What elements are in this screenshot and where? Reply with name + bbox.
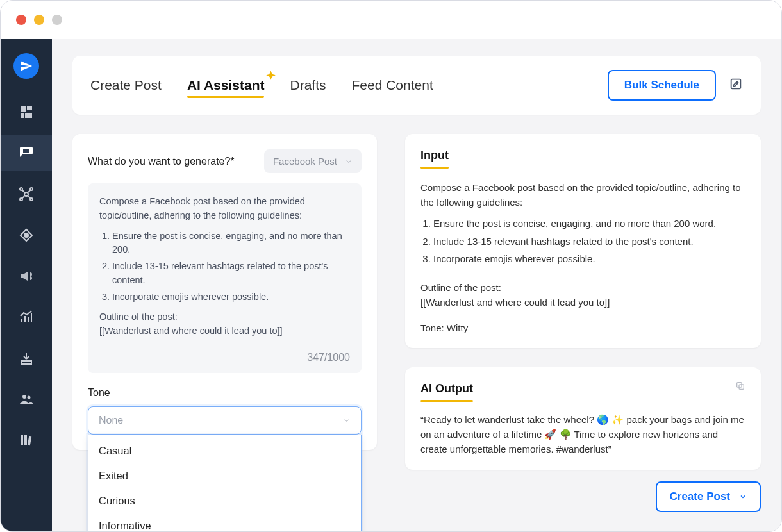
prompt-outline-label: Outline of the post: [99,310,350,324]
sidebar-item-dashboard[interactable] [1,94,52,130]
svg-line-9 [22,190,24,192]
output-panel: AI Output “Ready to let wanderlust take … [405,367,761,470]
window-titlebar [1,1,781,39]
svg-line-11 [22,196,24,199]
sidebar-item-analytics[interactable] [1,299,52,335]
download-icon [19,351,34,366]
input-title: Input [420,147,449,165]
prompt-input[interactable]: Compose a Facebook post based on the pro… [88,183,362,373]
tone-dropdown[interactable]: Casual Exited Curious Informative Sarcas… [88,435,362,531]
input-bullet: Incorporate emojis wherever possible. [433,251,745,266]
tone-option-exited[interactable]: Exited [88,463,361,488]
svg-rect-19 [21,361,31,364]
brand-logo[interactable] [13,53,39,79]
input-bullet: Ensure the post is concise, engaging, an… [433,216,745,231]
prompt-bullet: Ensure the post is concise, engaging, an… [112,229,350,258]
svg-point-21 [28,396,31,399]
prompt-intro: Compose a Facebook post based on the pro… [99,195,350,223]
svg-rect-3 [25,113,32,118]
topbar: Create Post AI Assistant ✦ Drafts Feed C… [72,56,761,115]
chevron-down-icon [343,417,351,424]
tab-ai-assistant[interactable]: AI Assistant ✦ [187,78,265,93]
prompt-bullet: Incorporate emojis wherever possible. [112,290,350,304]
svg-rect-2 [21,113,24,118]
svg-rect-22 [21,435,23,445]
create-post-label: Create Post [670,490,730,503]
output-text: “Ready to let wanderlust take the wheel?… [420,412,745,457]
character-count: 347/1000 [99,350,350,365]
output-title: AI Output [420,380,473,398]
input-outline-value: [[Wanderlust and where could it lead you… [420,295,745,310]
svg-point-20 [22,395,26,399]
target-icon [19,228,34,243]
sidebar-item-download[interactable] [1,340,52,376]
analytics-icon [19,310,34,325]
dashboard-icon [19,104,34,120]
input-intro: Compose a Facebook post based on the pro… [420,180,745,210]
input-bullets: Ensure the post is concise, engaging, an… [433,216,745,266]
tab-ai-assistant-label: AI Assistant [187,78,265,92]
tabs: Create Post AI Assistant ✦ Drafts Feed C… [90,78,608,93]
tab-drafts[interactable]: Drafts [290,78,326,93]
main-area: Create Post AI Assistant ✦ Drafts Feed C… [52,39,781,531]
chevron-down-icon [739,493,747,501]
tab-feed-content[interactable]: Feed Content [352,78,433,93]
prompt-outline-value: [[Wanderlust and where could it lead you… [99,324,350,338]
window-close-dot[interactable] [16,15,26,25]
library-icon [19,433,34,448]
tone-select[interactable]: None [88,406,362,435]
sidebar-item-library[interactable] [1,422,52,458]
prompt-bullet: Include 13-15 relevant hashtags related … [112,260,350,288]
tone-option-curious[interactable]: Curious [88,488,361,513]
tone-option-informative[interactable]: Informative [88,513,361,531]
input-outline-label: Outline of the post: [420,280,745,295]
sidebar-item-network[interactable] [1,176,52,212]
copy-icon[interactable] [735,380,745,395]
svg-line-10 [28,190,31,192]
create-post-button[interactable]: Create Post [656,481,761,512]
chevron-down-icon [345,158,353,165]
tone-option-casual[interactable]: Casual [88,438,361,463]
edit-icon[interactable] [729,77,743,94]
network-icon [19,187,34,202]
app-body: Create Post AI Assistant ✦ Drafts Feed C… [1,39,781,531]
generator-title: What do you want to generate?* [88,156,235,167]
app-window: Create Post AI Assistant ✦ Drafts Feed C… [0,0,782,532]
svg-line-12 [28,196,31,199]
tone-placeholder: None [99,415,123,426]
results-column: Input Compose a Facebook post based on t… [405,134,761,470]
svg-point-14 [24,233,28,237]
window-minimize-dot[interactable] [34,15,44,25]
paper-plane-icon [20,60,33,72]
post-type-value: Facebook Post [273,156,337,167]
megaphone-icon [19,269,34,284]
input-bullet: Include 13-15 relevant hashtags related … [433,234,745,249]
bulk-schedule-button[interactable]: Bulk Schedule [608,70,716,101]
sidebar [1,39,52,531]
svg-rect-1 [27,106,32,110]
sparkle-icon: ✦ [266,69,276,83]
sidebar-item-megaphone[interactable] [1,258,52,294]
tab-create-post[interactable]: Create Post [90,78,162,93]
generator-card: What do you want to generate?* Facebook … [72,134,377,450]
svg-point-4 [24,192,28,196]
svg-rect-25 [731,79,741,89]
posts-icon [19,145,34,161]
svg-rect-0 [21,106,26,112]
input-tone-line: Tone: Witty [420,320,745,335]
audience-icon [19,392,34,407]
post-type-select[interactable]: Facebook Post [264,149,362,173]
generator-column: What do you want to generate?* Facebook … [72,134,377,450]
prompt-bullets: Ensure the post is concise, engaging, an… [112,229,350,304]
sidebar-item-target[interactable] [1,217,52,253]
svg-rect-23 [24,435,27,445]
tone-label: Tone [88,387,362,399]
window-maximize-dot[interactable] [52,15,62,25]
sidebar-item-posts[interactable] [1,135,52,171]
sidebar-item-audience[interactable] [1,381,52,417]
svg-rect-24 [28,436,31,445]
input-panel: Input Compose a Facebook post based on t… [405,134,761,348]
content-grid: What do you want to generate?* Facebook … [72,134,761,470]
